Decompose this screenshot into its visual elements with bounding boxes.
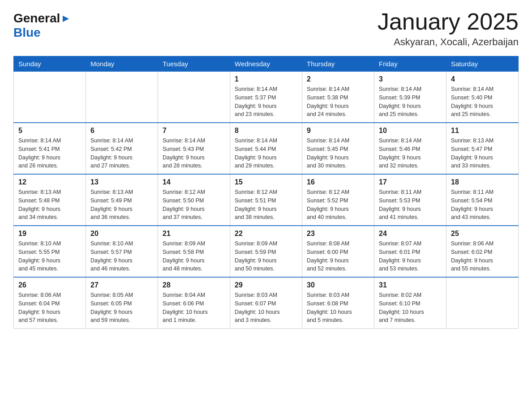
calendar-cell: 7Sunrise: 8:14 AMSunset: 5:43 PMDaylight… bbox=[158, 123, 230, 174]
calendar-cell: 19Sunrise: 8:10 AMSunset: 5:55 PMDayligh… bbox=[14, 226, 86, 277]
day-info: Sunrise: 8:14 AMSunset: 5:44 PMDaylight:… bbox=[235, 137, 297, 170]
calendar-cell: 21Sunrise: 8:09 AMSunset: 5:58 PMDayligh… bbox=[158, 226, 230, 277]
calendar-cell bbox=[446, 277, 519, 329]
calendar-cell: 16Sunrise: 8:12 AMSunset: 5:52 PMDayligh… bbox=[302, 174, 374, 226]
day-info: Sunrise: 8:14 AMSunset: 5:42 PMDaylight:… bbox=[90, 137, 153, 170]
day-info: Sunrise: 8:14 AMSunset: 5:37 PMDaylight:… bbox=[235, 85, 297, 119]
calendar-cell: 31Sunrise: 8:02 AMSunset: 6:10 PMDayligh… bbox=[374, 277, 446, 329]
calendar-table: Sunday Monday Tuesday Wednesday Thursday… bbox=[13, 56, 519, 329]
calendar-cell: 14Sunrise: 8:12 AMSunset: 5:50 PMDayligh… bbox=[158, 174, 230, 226]
day-number: 7 bbox=[163, 127, 225, 135]
day-number: 16 bbox=[307, 178, 369, 186]
calendar-cell bbox=[14, 72, 86, 123]
day-number: 1 bbox=[235, 75, 297, 83]
calendar-row-0: 1Sunrise: 8:14 AMSunset: 5:37 PMDaylight… bbox=[14, 72, 519, 123]
calendar-cell: 15Sunrise: 8:12 AMSunset: 5:51 PMDayligh… bbox=[230, 174, 302, 226]
calendar-subtitle: Askyaran, Xocali, Azerbaijan bbox=[378, 36, 519, 48]
page-header: General Blue January 2025 Askyaran, Xoca… bbox=[13, 9, 519, 48]
day-info: Sunrise: 8:14 AMSunset: 5:43 PMDaylight:… bbox=[163, 137, 225, 170]
day-number: 17 bbox=[379, 178, 442, 186]
calendar-cell: 9Sunrise: 8:14 AMSunset: 5:45 PMDaylight… bbox=[302, 123, 374, 174]
day-number: 29 bbox=[235, 281, 297, 289]
day-number: 15 bbox=[235, 178, 297, 186]
day-number: 14 bbox=[163, 178, 225, 186]
calendar-cell: 26Sunrise: 8:06 AMSunset: 6:04 PMDayligh… bbox=[14, 277, 86, 329]
calendar-cell bbox=[86, 72, 158, 123]
day-info: Sunrise: 8:13 AMSunset: 5:47 PMDaylight:… bbox=[451, 137, 514, 170]
calendar-cell: 12Sunrise: 8:13 AMSunset: 5:48 PMDayligh… bbox=[14, 174, 86, 226]
day-info: Sunrise: 8:13 AMSunset: 5:48 PMDaylight:… bbox=[18, 188, 81, 222]
calendar-row-3: 19Sunrise: 8:10 AMSunset: 5:55 PMDayligh… bbox=[14, 226, 519, 277]
day-number: 31 bbox=[379, 281, 442, 289]
day-info: Sunrise: 8:10 AMSunset: 5:55 PMDaylight:… bbox=[18, 240, 81, 273]
day-number: 6 bbox=[90, 127, 153, 135]
calendar-cell: 2Sunrise: 8:14 AMSunset: 5:38 PMDaylight… bbox=[302, 72, 374, 123]
calendar-cell: 23Sunrise: 8:08 AMSunset: 6:00 PMDayligh… bbox=[302, 226, 374, 277]
calendar-cell bbox=[158, 72, 230, 123]
day-info: Sunrise: 8:12 AMSunset: 5:52 PMDaylight:… bbox=[307, 188, 369, 222]
day-info: Sunrise: 8:14 AMSunset: 5:46 PMDaylight:… bbox=[379, 137, 442, 170]
day-number: 27 bbox=[90, 281, 153, 289]
logo-arrow-icon bbox=[61, 14, 71, 24]
day-info: Sunrise: 8:04 AMSunset: 6:06 PMDaylight:… bbox=[163, 291, 225, 325]
calendar-cell: 17Sunrise: 8:11 AMSunset: 5:53 PMDayligh… bbox=[374, 174, 446, 226]
logo: General Blue bbox=[13, 9, 71, 40]
day-number: 28 bbox=[163, 281, 225, 289]
day-info: Sunrise: 8:09 AMSunset: 5:59 PMDaylight:… bbox=[235, 240, 297, 273]
logo-text-general: General bbox=[13, 11, 60, 26]
calendar-header-row: Sunday Monday Tuesday Wednesday Thursday… bbox=[14, 56, 519, 72]
calendar-cell: 4Sunrise: 8:14 AMSunset: 5:40 PMDaylight… bbox=[446, 72, 519, 123]
calendar-row-4: 26Sunrise: 8:06 AMSunset: 6:04 PMDayligh… bbox=[14, 277, 519, 329]
day-number: 9 bbox=[307, 127, 369, 135]
day-info: Sunrise: 8:08 AMSunset: 6:00 PMDaylight:… bbox=[307, 240, 369, 273]
calendar-cell: 11Sunrise: 8:13 AMSunset: 5:47 PMDayligh… bbox=[446, 123, 519, 174]
day-info: Sunrise: 8:12 AMSunset: 5:51 PMDaylight:… bbox=[235, 188, 297, 222]
day-number: 3 bbox=[379, 75, 442, 83]
header-monday: Monday bbox=[86, 56, 158, 72]
day-info: Sunrise: 8:14 AMSunset: 5:38 PMDaylight:… bbox=[307, 85, 369, 119]
day-number: 13 bbox=[90, 178, 153, 186]
calendar-cell: 8Sunrise: 8:14 AMSunset: 5:44 PMDaylight… bbox=[230, 123, 302, 174]
calendar-cell: 1Sunrise: 8:14 AMSunset: 5:37 PMDaylight… bbox=[230, 72, 302, 123]
day-number: 4 bbox=[451, 75, 514, 83]
header-wednesday: Wednesday bbox=[230, 56, 302, 72]
day-info: Sunrise: 8:09 AMSunset: 5:58 PMDaylight:… bbox=[163, 240, 225, 273]
header-tuesday: Tuesday bbox=[158, 56, 230, 72]
day-number: 10 bbox=[379, 127, 442, 135]
calendar-cell: 22Sunrise: 8:09 AMSunset: 5:59 PMDayligh… bbox=[230, 226, 302, 277]
header-sunday: Sunday bbox=[14, 56, 86, 72]
header-friday: Friday bbox=[374, 56, 446, 72]
title-block: January 2025 Askyaran, Xocali, Azerbaija… bbox=[378, 9, 519, 48]
day-info: Sunrise: 8:03 AMSunset: 6:08 PMDaylight:… bbox=[307, 291, 369, 325]
day-number: 24 bbox=[379, 230, 442, 238]
calendar-cell: 3Sunrise: 8:14 AMSunset: 5:39 PMDaylight… bbox=[374, 72, 446, 123]
day-number: 30 bbox=[307, 281, 369, 289]
calendar-cell: 28Sunrise: 8:04 AMSunset: 6:06 PMDayligh… bbox=[158, 277, 230, 329]
calendar-cell: 6Sunrise: 8:14 AMSunset: 5:42 PMDaylight… bbox=[86, 123, 158, 174]
day-number: 26 bbox=[18, 281, 81, 289]
calendar-title: January 2025 bbox=[378, 9, 519, 34]
calendar-cell: 10Sunrise: 8:14 AMSunset: 5:46 PMDayligh… bbox=[374, 123, 446, 174]
day-number: 11 bbox=[451, 127, 514, 135]
day-info: Sunrise: 8:14 AMSunset: 5:41 PMDaylight:… bbox=[18, 137, 81, 170]
day-info: Sunrise: 8:07 AMSunset: 6:01 PMDaylight:… bbox=[379, 240, 442, 273]
day-number: 23 bbox=[307, 230, 369, 238]
calendar-cell: 27Sunrise: 8:05 AMSunset: 6:05 PMDayligh… bbox=[86, 277, 158, 329]
calendar-cell: 24Sunrise: 8:07 AMSunset: 6:01 PMDayligh… bbox=[374, 226, 446, 277]
logo-text-blue: Blue bbox=[13, 26, 41, 39]
day-info: Sunrise: 8:14 AMSunset: 5:45 PMDaylight:… bbox=[307, 137, 369, 170]
calendar-cell: 20Sunrise: 8:10 AMSunset: 5:57 PMDayligh… bbox=[86, 226, 158, 277]
day-info: Sunrise: 8:05 AMSunset: 6:05 PMDaylight:… bbox=[90, 291, 153, 325]
day-number: 25 bbox=[451, 230, 514, 238]
header-saturday: Saturday bbox=[446, 56, 519, 72]
day-info: Sunrise: 8:13 AMSunset: 5:49 PMDaylight:… bbox=[90, 188, 153, 222]
day-info: Sunrise: 8:03 AMSunset: 6:07 PMDaylight:… bbox=[235, 291, 297, 325]
calendar-row-1: 5Sunrise: 8:14 AMSunset: 5:41 PMDaylight… bbox=[14, 123, 519, 174]
svg-marker-0 bbox=[63, 16, 69, 22]
day-info: Sunrise: 8:12 AMSunset: 5:50 PMDaylight:… bbox=[163, 188, 225, 222]
calendar-cell: 29Sunrise: 8:03 AMSunset: 6:07 PMDayligh… bbox=[230, 277, 302, 329]
calendar-cell: 25Sunrise: 8:06 AMSunset: 6:02 PMDayligh… bbox=[446, 226, 519, 277]
day-number: 22 bbox=[235, 230, 297, 238]
day-info: Sunrise: 8:10 AMSunset: 5:57 PMDaylight:… bbox=[90, 240, 153, 273]
day-info: Sunrise: 8:14 AMSunset: 5:39 PMDaylight:… bbox=[379, 85, 442, 119]
